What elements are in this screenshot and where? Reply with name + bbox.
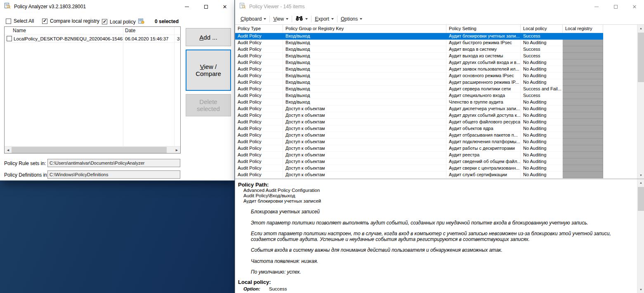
table-cell: Вход/выход: [283, 99, 446, 106]
table-cell: Аудит отбрасывания пакетов п...: [446, 132, 521, 139]
table-row[interactable]: Audit PolicyДоступ к объектамАудит други…: [235, 112, 637, 119]
add-button[interactable]: Add ...: [186, 28, 231, 46]
table-row[interactable]: Audit PolicyВход/выходАудит других событ…: [235, 59, 637, 66]
scrollbar-thumb[interactable]: [12, 147, 167, 153]
local-registry-cell: [563, 59, 603, 66]
description-paragraph: Блокировка учетных записей: [238, 209, 634, 215]
table-cell: Аудит работы с дескрипторами: [446, 145, 521, 152]
scrollbar-thumb[interactable]: [638, 33, 644, 82]
table-row[interactable]: Audit PolicyВход/выходАудит блокировки у…: [235, 33, 637, 40]
local-registry-cell: [563, 86, 603, 92]
table-row[interactable]: Audit PolicyВход/выходАудит сервера поли…: [235, 86, 637, 92]
list-header: Name Date: [5, 27, 180, 35]
table-row[interactable]: Audit PolicyВход/выходАудит входа в сист…: [235, 46, 637, 53]
compare-local-registry-checkbox[interactable]: Compare local registry: [42, 18, 99, 24]
view-compare-button[interactable]: View / Compare: [186, 50, 231, 91]
table-cell: Audit Policy: [235, 152, 283, 158]
column-policy-setting[interactable]: Policy Setting: [446, 25, 521, 33]
table-row[interactable]: Audit PolicyДоступ к объектамАудит работ…: [235, 145, 637, 152]
menu-export[interactable]: Export: [312, 15, 337, 23]
local-policy-checkbox[interactable]: Local policy: [102, 18, 144, 25]
policy-rule-set-list[interactable]: Name Date LocalPolicy_DESKTOP-B2N9EQU_20…: [4, 26, 181, 154]
horizontal-scrollbar[interactable]: ◀ ▶: [5, 146, 180, 153]
table-row[interactable]: Audit PolicyДоступ к объектамАудит диспе…: [235, 106, 637, 112]
table-cell: No Auditing: [521, 125, 563, 132]
table-row[interactable]: Audit PolicyДоступ к объектамАудит сведе…: [235, 158, 637, 165]
definitions-path-field[interactable]: C:\Windows\PolicyDefinitions: [47, 170, 180, 179]
table-scrollbar[interactable]: ▲ ▼: [637, 25, 644, 179]
row-checkbox[interactable]: [7, 36, 12, 41]
table-row[interactable]: Audit PolicyВход/выходАудит заявок польз…: [235, 66, 637, 73]
rule-sets-path-field[interactable]: C:\Users\antimalvar\Documents\PolicyAnal…: [47, 159, 180, 167]
table-row[interactable]: Audit PolicyДоступ к объектамАудит общег…: [235, 119, 637, 125]
scroll-down-button[interactable]: ▼: [637, 172, 644, 179]
checkbox-box[interactable]: [6, 19, 11, 24]
table-cell: No Auditing: [521, 119, 563, 125]
analyzer-titlebar[interactable]: Policy Analyzer v3.2.1803.28001 ✕: [0, 0, 234, 13]
policy-analyzer-window: Policy Analyzer v3.2.1803.28001 ✕ Select…: [0, 0, 234, 180]
column-policy-group[interactable]: Policy Group or Registry Key: [283, 25, 446, 33]
close-button[interactable]: ✕: [625, 0, 644, 13]
table-cell: Audit Policy: [235, 59, 283, 66]
table-row[interactable]: Audit PolicyДоступ к объектамАудит служб…: [235, 172, 637, 178]
table-row[interactable]: Audit PolicyВход/выходАудит выхода из си…: [235, 53, 637, 59]
menu-find[interactable]: [293, 14, 311, 24]
table-row[interactable]: Audit PolicyДоступ к объектамАудит отбра…: [235, 132, 637, 139]
local-registry-cell: [563, 172, 603, 178]
checkbox-box[interactable]: [42, 19, 47, 24]
scroll-down-button[interactable]: ▼: [637, 286, 644, 293]
table-cell: Доступ к объектам: [283, 145, 446, 152]
column-local-policy[interactable]: Local policy: [521, 25, 563, 33]
table-row[interactable]: Audit PolicyДоступ к объектамАудит подкл…: [235, 139, 637, 145]
viewer-menubar: Clipboard View Export Optio: [235, 13, 644, 25]
list-column-extra[interactable]: [174, 27, 180, 35]
row-filler: [603, 152, 637, 158]
minimize-button[interactable]: [587, 0, 606, 13]
menu-options[interactable]: Options: [338, 15, 365, 23]
table-cell: Вход/выход: [283, 46, 446, 53]
table-cell: Доступ к объектам: [283, 139, 446, 145]
menu-view[interactable]: View: [270, 15, 291, 23]
table-row[interactable]: Audit PolicyВход/выходАудит специального…: [235, 92, 637, 99]
table-row[interactable]: Audit PolicyВход/выходАудит основного ре…: [235, 73, 637, 79]
maximize-button[interactable]: [606, 0, 625, 13]
scrollbar-thumb[interactable]: [638, 187, 644, 211]
table-row[interactable]: Audit PolicyДоступ к объектамАудит объек…: [235, 125, 637, 132]
menu-clipboard[interactable]: Clipboard: [238, 15, 269, 23]
option-value: Success: [269, 286, 287, 291]
list-column-name[interactable]: Name: [5, 27, 123, 35]
list-column-date[interactable]: Date: [123, 27, 174, 35]
row-filler: [603, 53, 637, 59]
table-cell: No Auditing: [521, 165, 563, 172]
column-local-registry[interactable]: Local registry: [563, 25, 603, 33]
minimize-button[interactable]: [177, 0, 196, 13]
scroll-up-button[interactable]: ▲: [637, 25, 644, 32]
table-cell: Audit Policy: [235, 106, 283, 112]
close-button[interactable]: ✕: [215, 0, 234, 13]
column-policy-type[interactable]: Policy Type: [235, 25, 283, 33]
details-scrollbar[interactable]: ▲ ▼: [637, 179, 644, 293]
list-item[interactable]: LocalPolicy_DESKTOP-B2N9EQU_20200406-154…: [5, 35, 180, 43]
table-row[interactable]: Audit PolicyВход/выходАудит расширенного…: [235, 79, 637, 86]
table-row[interactable]: Audit PolicyДоступ к объектамАудит сверк…: [235, 165, 637, 172]
table-row[interactable]: Audit PolicyВход/выходЧленство в группе …: [235, 99, 637, 106]
table-cell: Audit Policy: [235, 92, 283, 99]
table-row[interactable]: Audit PolicyДоступ к объектамАудит реест…: [235, 152, 637, 158]
table-cell: Аудит заявок пользователей ил...: [446, 66, 521, 73]
scroll-right-button[interactable]: ▶: [173, 146, 180, 154]
option-label: Option:: [243, 286, 269, 291]
table-cell: No Auditing: [521, 106, 563, 112]
scroll-up-button[interactable]: ▲: [637, 179, 644, 186]
description-paragraph: Этот параметр политики позволяет выполня…: [238, 220, 634, 226]
maximize-button[interactable]: [196, 0, 215, 13]
table-cell: Audit Policy: [235, 66, 283, 73]
row-filler: [603, 112, 637, 119]
table-row[interactable]: Audit PolicyВход/выходАудит быстрого реж…: [235, 40, 637, 46]
viewer-titlebar[interactable]: Policy Viewer - 145 items ✕: [235, 0, 644, 13]
table-cell: Членство в группе аудита: [446, 99, 521, 106]
scroll-left-button[interactable]: ◀: [5, 146, 12, 154]
checkbox-box[interactable]: [102, 19, 107, 24]
select-all-checkbox[interactable]: Select All: [6, 18, 34, 24]
local-policy-icon: [138, 18, 144, 25]
table-cell: No Auditing: [521, 73, 563, 79]
